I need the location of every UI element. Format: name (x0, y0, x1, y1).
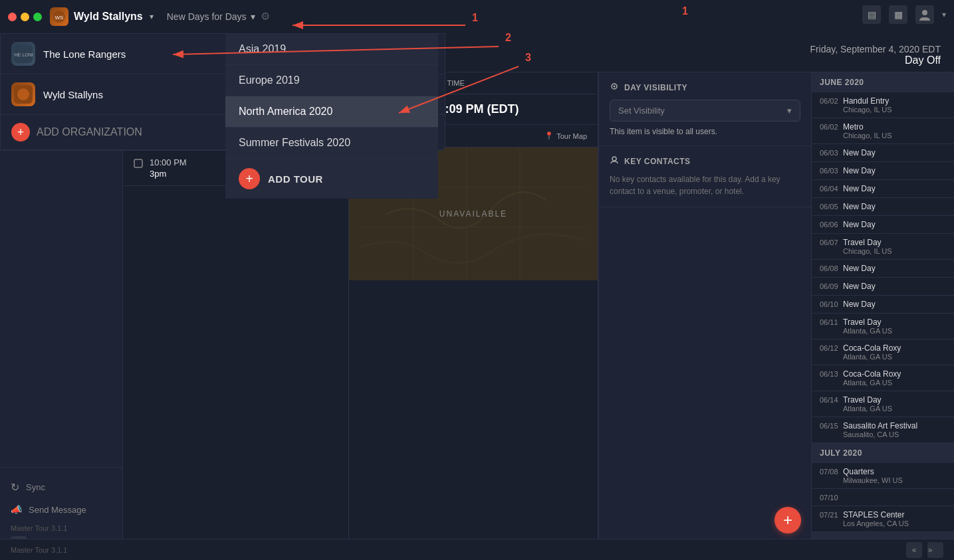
cal-date: 07/10 (820, 494, 843, 502)
cal-date: 06/02 (820, 123, 843, 131)
cal-entry-0603-1[interactable]: 06/03 New Day (812, 144, 954, 162)
cal-date: 06/11 (820, 318, 843, 326)
cal-entry-0608[interactable]: 06/08 New Day (812, 260, 954, 278)
cal-entry-0721[interactable]: 07/21 STAPLES Center Los Angeles, CA US (812, 506, 954, 532)
cal-date: 06/09 (820, 282, 843, 290)
cal-info: New Day (843, 300, 946, 309)
cal-info: STAPLES Center Los Angeles, CA US (843, 510, 946, 527)
add-tour-label: ADD TOUR (268, 173, 323, 185)
alarm-icon (134, 159, 143, 179)
cal-date: 06/15 (820, 422, 843, 430)
svg-point-15 (612, 157, 616, 161)
user-profile-icon[interactable] (915, 5, 934, 24)
cal-entry-0613[interactable]: 06/13 Coca-Cola Roxy Atlanta, GA US (812, 365, 954, 391)
close-button[interactable] (8, 13, 17, 21)
map-unavailable-label: UNAVAILABLE (439, 209, 507, 219)
cal-entry-0606[interactable]: 06/06 New Day (812, 216, 954, 234)
table-view-icon[interactable]: ▤ (862, 5, 881, 24)
cal-entry-0612[interactable]: 06/12 Coca-Cola Roxy Atlanta, GA US (812, 339, 954, 365)
tour-item-north-america-2020[interactable]: North America 2020 (225, 96, 438, 128)
cal-info: New Day (843, 148, 946, 157)
add-fab-button[interactable]: + (775, 507, 801, 533)
bottom-right: « » (906, 542, 943, 558)
cal-entry-0610[interactable]: 06/10 New Day (812, 296, 954, 314)
visibility-placeholder: Set Visibility (618, 106, 665, 116)
cal-entry-0611[interactable]: 06/11 Travel Day Atlanta, GA US (812, 314, 954, 339)
tour-map-button[interactable]: 📍 Tour Map (544, 132, 587, 140)
lone-rangers-icon: THE LONE (11, 42, 35, 66)
visibility-section: DAY VISIBILITY Set Visibility ▾ This ite… (599, 72, 811, 146)
key-contacts-empty-message: No key contacts available for this day. … (610, 173, 800, 197)
svg-text:THE LONE: THE LONE (14, 52, 33, 57)
org-name: Wyld Stallyns (74, 11, 143, 23)
cal-entry-0609[interactable]: 06/09 New Day (812, 278, 954, 296)
cal-info: New Day (843, 282, 946, 291)
svg-point-2 (922, 10, 927, 15)
user-dropdown-icon[interactable]: ▾ (942, 10, 946, 19)
tour-item-summer-festivals-2020[interactable]: Summer Festivals 2020 (225, 128, 438, 159)
calendar-july-header: JULY 2020 (812, 443, 954, 463)
cal-date: 06/12 (820, 344, 843, 352)
wyld-stallyns-name: Wyld Stallyns (43, 89, 103, 100)
cal-date: 06/13 (820, 370, 843, 378)
cal-entry-0602-1[interactable]: 06/02 Handul Entry Chicago, IL US (812, 92, 954, 118)
event-3pm-title: 3pm (150, 169, 187, 179)
cal-info: New Day (843, 264, 946, 273)
cal-info: Travel Day Chicago, IL US (843, 238, 946, 255)
maximize-button[interactable] (33, 13, 42, 21)
chevron-down-icon: ▾ (150, 12, 154, 21)
annotation-1: 1 (682, 5, 688, 17)
tour-item-europe-2019[interactable]: Europe 2019 (225, 65, 438, 96)
wyld-stallyns-icon (11, 82, 35, 106)
tour-selector[interactable]: New Days for Days ▾ (167, 11, 255, 22)
cal-info: New Day (843, 184, 946, 193)
minimize-button[interactable] (21, 13, 29, 21)
tour-map-label: Tour Map (556, 132, 587, 140)
event-3pm-time: 10:00 PM (150, 157, 187, 167)
cal-info: New Day (843, 202, 946, 211)
cal-date: 06/08 (820, 264, 843, 272)
cal-entry-0615[interactable]: 06/15 Sausalito Art Festival Sausalito, … (812, 417, 954, 443)
cal-date: 06/05 (820, 203, 843, 211)
cal-entry-0708[interactable]: 07/08 Quarters Milwaukee, WI US (812, 463, 954, 489)
collapse-calendar-button[interactable]: » (927, 542, 943, 558)
add-tour-button[interactable]: + ADD TOUR (225, 159, 438, 199)
cal-entry-0710[interactable]: 07/10 (812, 489, 954, 506)
tour-item-asia-2019[interactable]: Asia 2019 (225, 34, 438, 65)
send-message-icon: 📣 (11, 504, 22, 515)
cal-info: Metro Chicago, IL US (843, 122, 946, 140)
day-panel: DAY VISIBILITY Set Visibility ▾ This ite… (598, 72, 811, 560)
version-footer: Master Tour 3.1.1 (11, 546, 67, 554)
cal-entry-0605[interactable]: 06/05 New Day (812, 198, 954, 216)
bottom-bar: Master Tour 3.1.1 « » (0, 539, 954, 560)
org-selector[interactable]: WS Wyld Stallyns ▾ (50, 7, 154, 26)
key-contacts-icon (610, 155, 619, 167)
visibility-note: This item is visible to all users. (610, 127, 800, 136)
sidebar-item-sync[interactable]: ↻ Sync (0, 476, 122, 499)
sync-icon: ↻ (11, 481, 19, 494)
sidebar-item-send-message[interactable]: 📣 Send Message (0, 499, 122, 520)
event-3pm-details: 10:00 PM 3pm (150, 157, 187, 179)
cal-info: Coca-Cola Roxy Atlanta, GA US (843, 343, 946, 361)
cal-date: 07/21 (820, 511, 843, 519)
cal-entry-0614[interactable]: 06/14 Travel Day Atlanta, GA US (812, 391, 954, 417)
grid-view-icon[interactable]: ▦ (889, 5, 907, 24)
cal-date: 07/08 (820, 468, 843, 476)
cal-entry-0603-2[interactable]: 06/03 New Day (812, 162, 954, 180)
collapse-sidebar-button[interactable]: « (906, 542, 922, 558)
calendar-june-header: JUNE 2020 (812, 72, 954, 92)
cal-entry-0604[interactable]: 06/04 New Day (812, 180, 954, 198)
visibility-select[interactable]: Set Visibility ▾ (610, 100, 800, 122)
add-org-icon: + (11, 123, 30, 141)
settings-icon[interactable]: ⚙ (261, 10, 274, 23)
cal-entry-0607[interactable]: 06/07 Travel Day Chicago, IL US (812, 234, 954, 260)
main-layout: ≡ Tasks & Notes 🔗 Attachments ↻ Sync 📣 S… (0, 33, 954, 560)
cal-date: 06/10 (820, 300, 843, 308)
add-tour-icon: + (239, 168, 260, 189)
send-message-label: Send Message (29, 505, 86, 515)
calendar-panel: JUNE 2020 06/02 Handul Entry Chicago, IL… (811, 72, 954, 560)
tour-name: New Days for Days (167, 11, 247, 22)
cal-info: Travel Day Atlanta, GA US (843, 395, 946, 413)
cal-entry-0602-metro[interactable]: 06/02 Metro Chicago, IL US (812, 118, 954, 144)
org-tour-dropdown[interactable]: THE LONE The Lone Rangers › Wyld Stallyn… (0, 33, 445, 151)
